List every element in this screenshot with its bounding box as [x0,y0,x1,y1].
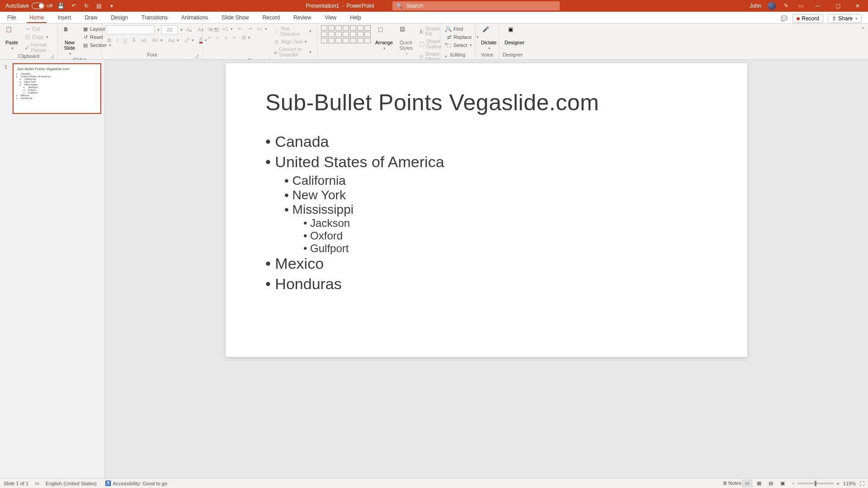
slide-title[interactable]: Sub-Bullet Points Vegaslide.com [265,89,708,116]
font-dialog-launcher[interactable]: ◿ [195,53,198,58]
columns-button[interactable]: ▥▾ [240,34,252,41]
align-text-button[interactable]: ⊟Align Text▾ [272,38,313,45]
tab-view[interactable]: View [322,13,339,23]
tab-file[interactable]: File [5,13,19,23]
char-spacing-button[interactable]: AV▾ [150,37,165,43]
paste-button[interactable]: 📋 Paste ▾ [4,25,20,52]
zoom-slider[interactable] [797,483,834,484]
underline-button[interactable]: U [122,37,129,43]
clipboard-dialog-launcher[interactable]: ◿ [50,54,54,59]
tab-design[interactable]: Design [108,13,130,23]
language-status[interactable]: English (United States) [46,481,97,486]
tab-insert[interactable]: Insert [55,13,74,23]
tab-transitions[interactable]: Transitions [139,13,170,23]
share-button[interactable]: ⇪Share▾ [828,14,862,23]
search-input[interactable] [406,3,556,9]
search-box[interactable]: 🔍 [392,1,560,10]
quick-styles-button[interactable]: 🖼Quick Styles▾ [397,25,415,57]
bold-button[interactable]: B [106,37,113,43]
slide-sorter-view-button[interactable]: ▦ [754,479,764,488]
font-name-chevron-icon[interactable]: ▾ [157,28,160,32]
numbering-button[interactable]: ≡1▾ [221,26,235,32]
group-font: ▾ 20▾ A▴ A▾ A⌫ B I U S̶ ab AV▾ Aa▾ 🖍▾ A▾… [102,23,203,59]
record-button[interactable]: Record [793,14,823,23]
zoom-in-button[interactable]: + [836,481,839,486]
increase-indent-button[interactable]: ⇥ [246,25,254,32]
font-size-chevron-icon[interactable]: ▾ [180,28,183,32]
highlight-button[interactable]: 🖍▾ [183,37,196,43]
align-center-button[interactable]: ≡ [214,34,221,41]
slideshow-view-button[interactable]: ▣ [777,479,788,488]
decrease-indent-button[interactable]: ⇤ [236,25,244,32]
fit-to-window-button[interactable]: ⛶ [859,481,864,486]
smartart-icon: ⬙ [274,49,278,55]
spell-check-icon[interactable]: ▭ [35,480,39,486]
redo-icon[interactable]: ↻ [82,2,90,10]
increase-font-button[interactable]: A▴ [184,27,194,33]
thumbnail-pane[interactable]: 1 Sub-Bullet Points Vegaslide.com Canada… [0,60,105,478]
maximize-button[interactable]: ▢ [831,0,844,12]
change-case-button[interactable]: Aa▾ [166,37,180,43]
tab-review[interactable]: Review [291,13,314,23]
align-left-button[interactable]: ≡ [206,34,212,41]
comments-icon[interactable]: 💬 [780,14,788,23]
new-slide-button[interactable]: 🗎 New Slide ▾ [61,25,78,57]
tab-animations[interactable]: Animations [179,13,211,23]
slide-content[interactable]: CanadaUnited States of AmericaCalifornia… [265,133,708,293]
close-button[interactable]: ✕ [851,0,864,12]
cut-button[interactable]: ✂Cut [23,25,54,33]
format-painter-button[interactable]: 🖌Format Painter [23,42,54,53]
reading-view-button[interactable]: ▤ [765,479,776,488]
group-paragraph: ≡•▾ ≡1▾ ⇤ ⇥ ≡↕▾ ≡ ≡ ≡ ≡ ▥▾ ↕Text Directi… [203,23,317,59]
text-direction-icon: ↕ [274,28,279,34]
italic-button[interactable]: I [115,37,120,43]
copy-button[interactable]: ⿻Copy▾ [23,33,54,41]
bullet-item: United States of America [265,153,708,171]
font-name-combo[interactable] [106,25,155,34]
slide-canvas-area[interactable]: Sub-Bullet Points Vegaslide.com CanadaUn… [105,60,868,478]
font-size-combo[interactable]: 20 [161,25,178,34]
minimize-button[interactable]: — [811,0,825,12]
save-icon[interactable]: 💾 [57,2,65,10]
ribbon-display-icon[interactable]: ▭ [797,2,805,10]
undo-icon[interactable]: ↶ [70,2,78,10]
bullets-button[interactable]: ≡•▾ [206,26,219,32]
align-text-icon: ⊟ [274,38,280,45]
slide[interactable]: Sub-Bullet Points Vegaslide.com CanadaUn… [226,63,747,357]
normal-view-button[interactable]: ▭ [742,479,753,488]
strikethrough-button[interactable]: S̶ [131,37,137,43]
user-avatar-icon[interactable] [768,2,776,10]
app-name: PowerPoint [346,3,374,9]
title-bar: AutoSave Off 💾 ↶ ↻ ▤ ▾ Presentation1 - P… [0,0,868,12]
find-button[interactable]: 🔍Find [444,25,465,33]
tab-home[interactable]: Home [27,13,47,23]
shadow-button[interactable]: ab [139,37,148,43]
select-button[interactable]: ⬚Select▾ [444,42,474,49]
align-right-button[interactable]: ≡ [223,34,229,41]
text-direction-button[interactable]: ↕Text Direction▾ [272,25,313,37]
coming-soon-icon[interactable]: ✎ [782,2,790,10]
thumbnail-number: 1 [5,64,7,70]
slide-counter[interactable]: Slide 1 of 1 [4,481,28,486]
shapes-gallery[interactable] [321,25,371,43]
tab-draw[interactable]: Draw [82,13,100,23]
accessibility-icon: ♿ [105,480,111,486]
tab-slide-show[interactable]: Slide Show [219,13,251,23]
convert-smartart-button[interactable]: ⬙Convert to SmartArt▾ [272,46,313,58]
qat-customize-icon[interactable]: ▾ [108,2,116,10]
slide-thumbnail-1[interactable]: Sub-Bullet Points Vegaslide.com CanadaUn… [13,63,101,114]
tab-record[interactable]: Record [259,13,283,23]
designer-button[interactable]: ▣Designer [503,25,526,46]
autosave-toggle[interactable]: AutoSave Off [5,3,52,9]
dictate-button[interactable]: 🎤Dictate▾ [479,25,498,52]
start-from-beginning-icon[interactable]: ▤ [95,2,103,10]
arrange-button[interactable]: ⬚Arrange▾ [373,25,395,52]
zoom-out-button[interactable]: − [792,481,795,486]
collapse-ribbon-button[interactable]: ⌃ [858,23,868,59]
notes-button[interactable]: ≣ Notes [723,480,741,486]
justify-button[interactable]: ≡ [231,34,237,41]
line-spacing-button[interactable]: ≡↕▾ [255,26,269,32]
accessibility-status[interactable]: Accessibility: Good to go [113,481,167,486]
zoom-level[interactable]: 119% [843,481,856,486]
tab-help[interactable]: Help [347,13,364,23]
